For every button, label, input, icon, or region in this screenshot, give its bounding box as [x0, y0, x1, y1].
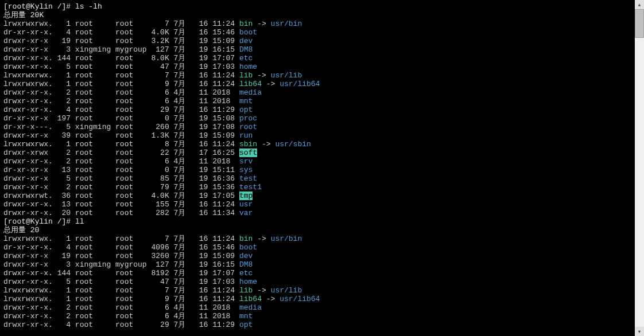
file-name: media [239, 303, 262, 312]
file-name: tmp [239, 192, 253, 200]
file-row: drwxr-xr-x 2 root root 79 7月 19 15:36 te… [3, 183, 631, 192]
link-target: usr/lib [271, 286, 302, 295]
file-name: sbin [239, 140, 257, 149]
link-target: usr/bin [271, 235, 302, 243]
file-row: drwxr-xr-x. 2 root root 6 4月 11 2018 mnt [3, 312, 631, 321]
file-row: drwxr-xr-x. 2 root root 6 4月 11 2018 mnt [3, 97, 631, 106]
link-target: usr/lib64 [280, 80, 320, 88]
vertical-scrollbar[interactable]: ▲ ▼ [635, 0, 644, 336]
file-name: dev [239, 252, 253, 260]
file-row: lrwxrwxrwx. 1 root root 7 7月 16 11:24 bi… [3, 19, 631, 28]
file-row: drwxr-xr-x 19 root root 3.2K 7月 19 15:09… [3, 37, 631, 45]
file-name: lib [239, 71, 253, 80]
file-row: lrwxrwxrwx. 1 root root 9 7月 16 11:24 li… [3, 80, 631, 88]
file-row: drwxr-xr-x 19 root root 3260 7月 19 15:09… [3, 252, 631, 260]
file-row: drwxr-xr-x. 20 root root 282 7月 16 11:34… [3, 209, 631, 217]
file-row: drwxr-xr-x. 2 root root 6 4月 11 2018 srv [3, 157, 631, 166]
file-name: DM8 [239, 260, 253, 269]
file-row: lrwxrwxrwx. 1 root root 9 7月 16 11:24 li… [3, 295, 631, 303]
file-row: lrwxrwxrwx. 1 root root 7 7月 16 11:24 li… [3, 286, 631, 295]
file-name: sys [239, 166, 253, 174]
total-line-2: 总用量 20 [3, 226, 631, 235]
file-row: drwxr-xr-x 3 xingming mygroup 127 7月 19 … [3, 45, 631, 54]
file-row: dr-xr-xr-x 13 root root 0 7月 19 15:11 sy… [3, 166, 631, 174]
file-listing-2: lrwxrwxrwx. 1 root root 7 7月 16 11:24 bi… [3, 235, 631, 329]
file-name: bin [239, 235, 253, 243]
file-row: lrwxrwxrwx. 1 root root 7 7月 16 11:24 li… [3, 71, 631, 80]
link-target: usr/sbin [275, 140, 311, 149]
file-name: mnt [239, 312, 253, 321]
prompt-line-2: [root@Kylin /]# ll [3, 217, 631, 226]
file-row: drwxr-xr-x. 2 root root 6 4月 11 2018 med… [3, 303, 631, 312]
file-row: dr-xr-xr-x 197 root root 0 7月 19 15:08 p… [3, 114, 631, 123]
file-name: soft [239, 149, 257, 157]
file-name: test1 [239, 183, 262, 192]
file-row: dr-xr-xr-x. 4 root root 4096 7月 16 15:46… [3, 243, 631, 252]
file-row: drwxr-xr-x 5 root root 85 7月 19 16:36 te… [3, 174, 631, 183]
file-listing-1: lrwxrwxrwx. 1 root root 7 7月 16 11:24 bi… [3, 19, 631, 217]
file-row: lrwxrwxrwx. 1 root root 7 7月 16 11:24 bi… [3, 235, 631, 243]
file-name: lib [239, 286, 253, 295]
scrollbar-thumb[interactable] [635, 9, 644, 38]
file-name: run [239, 131, 253, 140]
terminal-output[interactable]: [root@Kylin /]# ls -lh 总用量 20K lrwxrwxrw… [0, 0, 635, 336]
file-name: etc [239, 269, 253, 278]
link-target: usr/bin [271, 19, 302, 28]
prompt-line-1: [root@Kylin /]# ls -lh [3, 2, 631, 11]
file-row: drwxr-xr-x. 144 root root 8.0K 7月 19 17:… [3, 54, 631, 62]
scroll-up-arrow[interactable]: ▲ [635, 0, 644, 9]
file-name: lib64 [239, 295, 262, 303]
file-name: home [239, 278, 257, 286]
file-name: etc [239, 54, 253, 62]
file-row: drwxr-xr-x 39 root root 1.3K 7月 19 15:09… [3, 131, 631, 140]
file-name: opt [239, 321, 253, 329]
scroll-down-arrow[interactable]: ▼ [635, 327, 644, 336]
file-row: drwxr-xr-x. 4 root root 29 7月 16 11:29 o… [3, 321, 631, 329]
link-target: usr/lib64 [280, 295, 320, 303]
file-row: dr-xr-x---. 5 xingming root 260 7月 19 17… [3, 123, 631, 131]
file-name: bin [239, 19, 253, 28]
file-row: lrwxrwxrwx. 1 root root 8 7月 16 11:24 sb… [3, 140, 631, 149]
file-row: drwxr-xr-x. 13 root root 155 7月 16 11:24… [3, 200, 631, 209]
file-row: drwxr-xrwx 2 root root 22 7月 17 16:25 so… [3, 149, 631, 157]
file-row: drwxrwxrwt. 36 root root 4.0K 7月 19 17:0… [3, 192, 631, 200]
file-name: usr [239, 200, 253, 209]
file-name: boot [239, 243, 257, 252]
file-row: drwxr-xr-x. 144 root root 8192 7月 19 17:… [3, 269, 631, 278]
file-row: drwxr-xr-x. 5 root root 47 7月 19 17:03 h… [3, 278, 631, 286]
file-name: mnt [239, 97, 253, 106]
file-name: root [239, 123, 257, 131]
file-name: var [239, 209, 253, 217]
file-row: drwxr-xr-x. 5 root root 47 7月 19 17:03 h… [3, 62, 631, 71]
file-name: media [239, 88, 262, 97]
file-name: dev [239, 37, 253, 45]
file-name: opt [239, 106, 253, 114]
file-name: srv [239, 157, 253, 166]
file-name: home [239, 62, 257, 71]
file-name: DM8 [239, 45, 253, 54]
file-name: lib64 [239, 80, 262, 88]
file-row: drwxr-xr-x 3 xingming mygroup 127 7月 19 … [3, 260, 631, 269]
link-target: usr/lib [271, 71, 302, 80]
total-line-1: 总用量 20K [3, 11, 631, 19]
file-name: proc [239, 114, 257, 123]
file-row: dr-xr-xr-x. 4 root root 4.0K 7月 16 15:46… [3, 28, 631, 37]
file-name: boot [239, 28, 257, 37]
file-row: drwxr-xr-x. 4 root root 29 7月 16 11:29 o… [3, 106, 631, 114]
file-row: drwxr-xr-x. 2 root root 6 4月 11 2018 med… [3, 88, 631, 97]
file-name: test [239, 174, 257, 183]
